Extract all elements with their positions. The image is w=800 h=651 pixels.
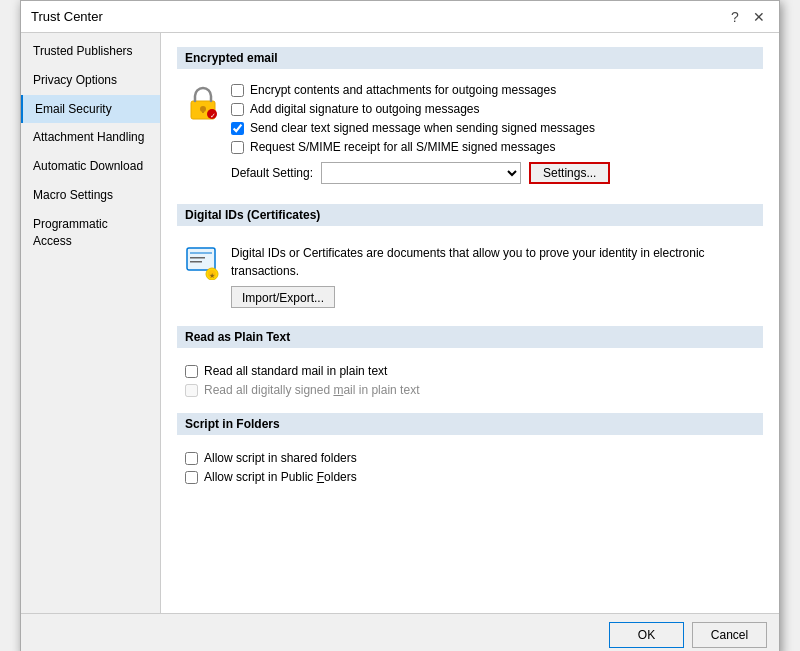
encrypted-email-body: ✓ Encrypt contents and attachments for o… [177, 79, 763, 194]
digital-ids-info: Digital IDs or Certificates are document… [231, 244, 755, 308]
dialog-title: Trust Center [31, 9, 103, 24]
sidebar-item-macro-settings[interactable]: Macro Settings [21, 181, 160, 210]
encrypted-email-header: Encrypted email [177, 47, 763, 69]
close-button[interactable]: ✕ [749, 7, 769, 27]
cancel-button[interactable]: Cancel [692, 622, 767, 648]
email-checkboxes: Encrypt contents and attachments for out… [231, 83, 595, 154]
encrypt-contents-checkbox[interactable] [231, 84, 244, 97]
send-clear-text-checkbox[interactable] [231, 122, 244, 135]
encrypted-email-section: Encrypted email ✓ [177, 47, 763, 194]
svg-rect-5 [187, 248, 215, 270]
read-plain-text-section: Read as Plain Text Read all standard mai… [177, 326, 763, 403]
encrypted-email-top: ✓ Encrypt contents and attachments for o… [185, 83, 755, 154]
read-signed-plain-row: Read all digitally signed mail in plain … [185, 383, 755, 397]
digital-ids-section: Digital IDs (Certificates) ★ Digital IDs… [177, 204, 763, 316]
lock-icon: ✓ [185, 85, 221, 121]
svg-rect-8 [190, 261, 202, 263]
title-bar-buttons: ? ✕ [725, 7, 769, 27]
svg-rect-6 [190, 252, 212, 254]
read-standard-plain-row: Read all standard mail in plain text [185, 364, 755, 378]
digital-ids-body: ★ Digital IDs or Certificates are docume… [177, 236, 763, 316]
script-folders-body: Allow script in shared folders Allow scr… [177, 445, 763, 490]
sidebar-item-automatic-download[interactable]: Automatic Download [21, 152, 160, 181]
sidebar-item-attachment-handling[interactable]: Attachment Handling [21, 123, 160, 152]
sidebar-item-programmatic-access[interactable]: Programmatic Access [21, 210, 160, 256]
add-digital-sig-row: Add digital signature to outgoing messag… [231, 102, 595, 116]
read-standard-plain-label: Read all standard mail in plain text [204, 364, 387, 378]
allow-public-label: Allow script in Public Folders [204, 470, 357, 484]
default-setting-label: Default Setting: [231, 166, 313, 180]
svg-rect-2 [202, 109, 204, 113]
script-folders-section: Script in Folders Allow script in shared… [177, 413, 763, 490]
digital-ids-description: Digital IDs or Certificates are document… [231, 244, 755, 280]
title-bar: Trust Center ? ✕ [21, 1, 779, 33]
import-export-button[interactable]: Import/Export... [231, 286, 335, 308]
sidebar-item-privacy-options[interactable]: Privacy Options [21, 66, 160, 95]
encrypt-contents-label: Encrypt contents and attachments for out… [250, 83, 556, 97]
ok-button[interactable]: OK [609, 622, 684, 648]
request-smime-checkbox[interactable] [231, 141, 244, 154]
allow-public-checkbox[interactable] [185, 471, 198, 484]
sidebar-item-trusted-publishers[interactable]: Trusted Publishers [21, 37, 160, 66]
dialog-footer: OK Cancel [21, 613, 779, 651]
read-signed-plain-checkbox[interactable] [185, 384, 198, 397]
default-setting-select[interactable] [321, 162, 521, 184]
send-clear-text-row: Send clear text signed message when send… [231, 121, 595, 135]
certificate-icon: ★ [185, 244, 221, 280]
send-clear-text-label: Send clear text signed message when send… [250, 121, 595, 135]
main-content: Encrypted email ✓ [161, 33, 779, 613]
read-plain-text-header: Read as Plain Text [177, 326, 763, 348]
encrypt-contents-row: Encrypt contents and attachments for out… [231, 83, 595, 97]
allow-shared-label: Allow script in shared folders [204, 451, 357, 465]
read-standard-plain-checkbox[interactable] [185, 365, 198, 378]
dialog-body: Trusted Publishers Privacy Options Email… [21, 33, 779, 613]
script-folders-header: Script in Folders [177, 413, 763, 435]
add-digital-sig-checkbox[interactable] [231, 103, 244, 116]
settings-button[interactable]: Settings... [529, 162, 610, 184]
request-smime-row: Request S/MIME receipt for all S/MIME si… [231, 140, 595, 154]
allow-shared-checkbox[interactable] [185, 452, 198, 465]
default-setting-row: Default Setting: Settings... [231, 162, 755, 184]
add-digital-sig-label: Add digital signature to outgoing messag… [250, 102, 479, 116]
allow-public-row: Allow script in Public Folders [185, 470, 755, 484]
svg-text:✓: ✓ [210, 112, 216, 120]
digital-ids-header: Digital IDs (Certificates) [177, 204, 763, 226]
sidebar: Trusted Publishers Privacy Options Email… [21, 33, 161, 613]
request-smime-label: Request S/MIME receipt for all S/MIME si… [250, 140, 555, 154]
svg-rect-7 [190, 257, 205, 259]
allow-shared-row: Allow script in shared folders [185, 451, 755, 465]
read-signed-plain-label: Read all digitally signed mail in plain … [204, 383, 419, 397]
help-button[interactable]: ? [725, 7, 745, 27]
trust-center-dialog: Trust Center ? ✕ Trusted Publishers Priv… [20, 0, 780, 651]
svg-text:★: ★ [209, 272, 215, 280]
plain-text-body: Read all standard mail in plain text Rea… [177, 358, 763, 403]
sidebar-item-email-security[interactable]: Email Security [21, 95, 160, 124]
